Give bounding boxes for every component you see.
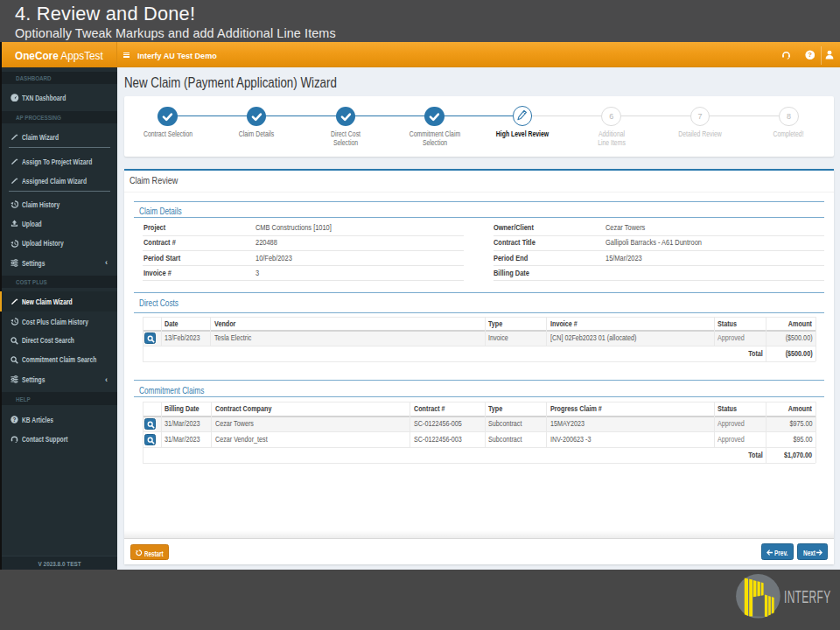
svg-text:?: ? <box>13 416 17 423</box>
svg-text:?: ? <box>808 51 812 59</box>
